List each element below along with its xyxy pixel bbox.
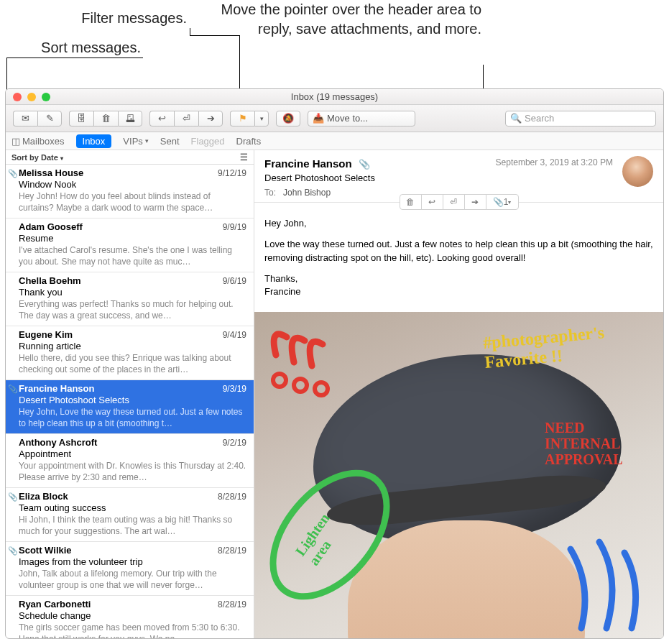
- junk-icon: 🗳: [126, 113, 135, 124]
- header-reply-all-button[interactable]: ⏎: [443, 195, 465, 209]
- message-date: 9/4/19: [223, 330, 246, 340]
- reply-all-icon: ⏎: [183, 113, 190, 124]
- reply-all-button[interactable]: ⏎: [174, 111, 198, 126]
- favorites-sent[interactable]: Sent: [160, 136, 180, 147]
- mailboxes-toggle[interactable]: ◫ Mailboxes: [11, 136, 65, 147]
- message-item[interactable]: Anthony Ashcroft9/2/19AppointmentYour ap…: [6, 434, 254, 488]
- paperclip-icon: 📎: [8, 169, 18, 178]
- reply-icon: ↩: [158, 113, 166, 124]
- message-preview: John, Talk about a lifelong memory. Our …: [19, 568, 246, 591]
- message-list[interactable]: 📎Melissa House9/12/19Window NookHey John…: [6, 165, 254, 638]
- message-sender: Adam Gooseff: [19, 221, 246, 232]
- message-item[interactable]: 📎Scott Wilkie8/28/19Images from the volu…: [6, 542, 254, 596]
- archive-icon: 🗄: [77, 113, 86, 124]
- message-preview: The girls soccer game has been moved fro…: [19, 622, 246, 638]
- window-title: Inbox (19 messages): [6, 91, 663, 102]
- paperclip-icon: 📎: [8, 492, 18, 502]
- message-item[interactable]: Chella Boehm9/6/19Thank youEverything wa…: [6, 272, 254, 326]
- archive-button[interactable]: 🗄: [69, 111, 93, 126]
- header-attachments-button[interactable]: 📎 1 ▾: [486, 195, 518, 209]
- delete-button[interactable]: 🗑: [93, 111, 118, 126]
- chevron-down-icon: ▾: [145, 137, 149, 144]
- message-date: 9/3/19: [223, 384, 246, 394]
- message-sender: Melissa House: [19, 167, 246, 178]
- get-mail-button[interactable]: ✉: [13, 111, 37, 126]
- panel-icon: ◫: [11, 136, 20, 147]
- message-sender: Eugene Kim: [19, 329, 246, 340]
- message-preview: Hello there, did you see this? Enrique w…: [19, 352, 246, 375]
- callout-header: Move the pointer over the header area to…: [216, 0, 481, 39]
- mute-icon: 🔕: [282, 113, 294, 124]
- header-action-bar: 🗑 ↩ ⏎ ➔ 📎 1 ▾: [400, 194, 519, 210]
- favorites-flagged[interactable]: Flagged: [191, 136, 225, 147]
- message-item[interactable]: 📎Melissa House9/12/19Window NookHey John…: [6, 165, 254, 218]
- header-forward-button[interactable]: ➔: [465, 195, 486, 209]
- message-subject: Appointment: [19, 448, 246, 459]
- favorites-inbox[interactable]: Inbox: [76, 134, 112, 148]
- reply-button[interactable]: ↩: [149, 111, 174, 126]
- message-item[interactable]: 📎Francine Hanson9/3/19Desert Photoshoot …: [6, 380, 254, 434]
- junk-button[interactable]: 🗳: [118, 111, 142, 126]
- body-text: Love the way these turned out. Just a fe…: [264, 238, 653, 265]
- search-icon: 🔍: [510, 113, 522, 124]
- forward-button[interactable]: ➔: [198, 111, 223, 126]
- message-sender: Francine Hanson: [19, 383, 246, 394]
- message-sender: Anthony Ashcroft: [19, 437, 246, 448]
- filter-button[interactable]: ☰: [240, 152, 248, 162]
- favorites-vips[interactable]: VIPs▾: [123, 136, 148, 147]
- message-subject: Schedule change: [19, 610, 246, 621]
- callout-line: [190, 35, 240, 36]
- message-body: Hey John, Love the way these turned out.…: [254, 203, 663, 312]
- sort-bar: Sort by Date ▾ ☰: [6, 150, 254, 165]
- sort-label: Sort by Date: [11, 153, 58, 162]
- svg-point-1: [294, 379, 307, 392]
- flag-button[interactable]: ⚑: [230, 111, 254, 126]
- message-item[interactable]: Adam Gooseff9/9/19ResumeI've attached Ca…: [6, 218, 254, 272]
- mute-button[interactable]: 🔕: [276, 111, 300, 126]
- trash-icon: 🗑: [406, 197, 415, 207]
- message-subject: Desert Photoshoot Selects: [264, 172, 653, 183]
- body-text: Thanks,Francine: [264, 272, 653, 300]
- chevron-down-icon: ▾: [508, 199, 511, 206]
- message-header[interactable]: Francine Hanson 📎 Desert Photoshoot Sele…: [254, 150, 663, 203]
- search-input[interactable]: 🔍 Search: [505, 111, 656, 126]
- message-date: 9/9/19: [223, 222, 246, 232]
- message-date: 9/12/19: [218, 168, 246, 178]
- message-subject: Resume: [19, 233, 246, 244]
- message-from: Francine Hanson: [264, 157, 352, 170]
- callout-filter: Filter messages.: [22, 9, 187, 28]
- message-date: September 3, 2019 at 3:20 PM: [496, 157, 613, 167]
- move-to-button[interactable]: 📥 Move to...: [308, 111, 415, 126]
- message-sender: Ryan Carbonetti: [19, 599, 246, 610]
- message-preview: Everything was perfect! Thanks so much f…: [19, 298, 246, 321]
- reply-icon: ↩: [428, 197, 435, 207]
- message-subject: Window Nook: [19, 179, 246, 190]
- message-preview: Hey John, Love the way these turned out.…: [19, 406, 246, 429]
- forward-icon: ➔: [471, 197, 479, 207]
- message-item[interactable]: Eugene Kim9/4/19Running articleHello the…: [6, 326, 254, 380]
- filter-icon: ☰: [240, 152, 248, 162]
- svg-point-0: [273, 374, 286, 387]
- message-preview: Your appointment with Dr. Knowles is thi…: [19, 460, 246, 483]
- search-placeholder: Search: [525, 113, 554, 124]
- favorites-bar: ◫ Mailboxes Inbox VIPs▾ Sent Flagged Dra…: [6, 132, 663, 150]
- to-value: John Bishop: [283, 188, 331, 198]
- message-item[interactable]: Ryan Carbonetti8/28/19Schedule changeThe…: [6, 596, 254, 638]
- flag-menu-button[interactable]: ▾: [254, 111, 269, 126]
- message-date: 8/28/19: [218, 546, 246, 556]
- message-date: 9/6/19: [223, 276, 246, 286]
- sort-button[interactable]: Sort by Date ▾: [11, 153, 63, 162]
- header-reply-button[interactable]: ↩: [422, 195, 443, 209]
- message-item[interactable]: 📎Eliza Block8/28/19Team outing successHi…: [6, 488, 254, 542]
- attachment-image[interactable]: #photographer's Favorite !! NEED INTERNA…: [254, 312, 663, 638]
- vips-label: VIPs: [123, 136, 142, 147]
- compose-button[interactable]: ✎: [37, 111, 62, 126]
- paperclip-icon: 📎: [359, 159, 370, 170]
- header-delete-button[interactable]: 🗑: [400, 195, 422, 209]
- favorites-drafts[interactable]: Drafts: [236, 136, 262, 147]
- body-text: Hey John,: [264, 217, 653, 231]
- message-sender: Scott Wilkie: [19, 545, 246, 556]
- message-subject: Running article: [19, 341, 246, 351]
- message-subject: Thank you: [19, 287, 246, 298]
- message-list-pane: Sort by Date ▾ ☰ 📎Melissa House9/12/19Wi…: [6, 150, 254, 638]
